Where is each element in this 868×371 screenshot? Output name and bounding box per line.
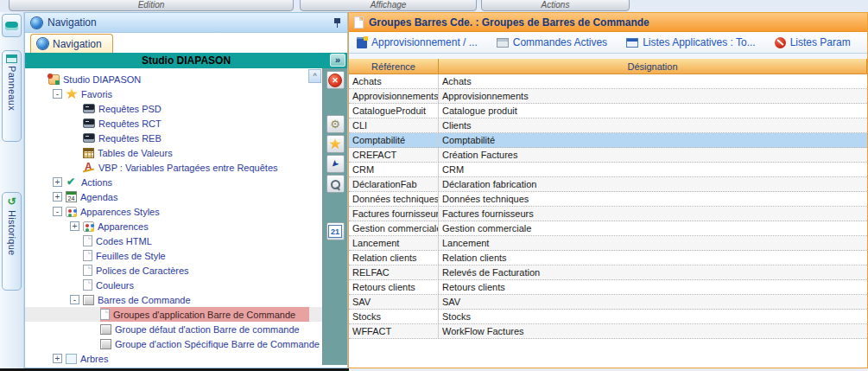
cal21-button[interactable]: 21 [326, 222, 345, 240]
tree-expander[interactable]: + [53, 177, 62, 187]
cell-designation: Approvisionnements [439, 89, 867, 103]
tree-item[interactable]: Groupe défaut d'action Barre de commande [25, 322, 322, 336]
cell-reference: RELFAC [349, 265, 439, 279]
tree-item[interactable]: Groupe d'action Spécifique Barre de Comm… [25, 336, 322, 351]
table-row[interactable]: CREFACTCréation Factures [349, 148, 867, 163]
sidebar-tab-label: Panneaux [7, 66, 17, 111]
grid-rows: AchatsAchatsApprovisionnementsApprovisio… [349, 74, 867, 339]
table-row[interactable]: StocksStocks [349, 310, 867, 324]
tree-expander[interactable]: - [53, 89, 62, 99]
table-row[interactable]: CatalogueProduitCatalogue produit [349, 104, 867, 118]
cell-reference: CatalogueProduit [349, 104, 439, 118]
tree-item[interactable]: Polices de Caractères [25, 263, 322, 278]
close-icon [328, 74, 342, 87]
toolbar-item-listes-applicatives-to[interactable]: Listes Applicatives : To... [626, 36, 756, 48]
palette-icon [83, 221, 94, 232]
sidebar-tab-historique[interactable]: Historique [2, 192, 22, 291]
table-row[interactable]: AchatsAchats [349, 74, 867, 89]
tree-item-label: Codes HTML [96, 236, 152, 246]
tree-expander[interactable]: + [53, 354, 62, 363]
table-row[interactable]: SAVSAV [349, 295, 867, 310]
tree-item[interactable]: Requêtes PSD [25, 101, 322, 116]
tree-item[interactable]: +Apparences [25, 219, 322, 233]
tree-item[interactable]: VBP : Variables Partagées entre Requêtes [25, 160, 322, 175]
cell-reference: Stocks [349, 310, 439, 323]
ribbon-tab-affichage[interactable]: Affichage [300, 0, 477, 11]
tree-item-label: Requêtes PSD [98, 104, 162, 114]
sidebar-tab-label: Historique [7, 210, 17, 256]
tree-item[interactable]: -Apparences Styles [25, 204, 322, 219]
column-header-reference[interactable]: Référence [349, 59, 439, 74]
ribbon-tab-actions[interactable]: Actions [481, 0, 630, 11]
table-row[interactable]: DéclarationFabDéclaration fabrication [349, 177, 867, 192]
pin-icon[interactable] [333, 17, 341, 29]
tree-item[interactable]: Requêtes RCT [25, 116, 322, 131]
toolbar-item-commandes-actives[interactable]: Commandes Actives [497, 36, 607, 48]
table-values-icon [83, 148, 94, 158]
tab-navigation[interactable]: Navigation [30, 34, 113, 53]
expand-tree-button[interactable]: » [330, 54, 345, 67]
star-button[interactable] [326, 135, 345, 153]
tree-item[interactable]: Couleurs [25, 278, 322, 292]
ribbon-bar: EditionAffichageActions [0, 0, 868, 12]
close-button[interactable] [326, 71, 345, 89]
tree-item[interactable]: -Favoris [25, 86, 322, 101]
page-icon [83, 250, 92, 261]
sidebar-tab-panneaux[interactable]: Panneaux [2, 50, 22, 142]
tree-item[interactable]: +Agendas [25, 189, 322, 204]
scroll-up-button[interactable]: ^ [308, 69, 321, 83]
tree-item[interactable]: Tables de Valeurs [25, 145, 322, 160]
toolbar-item-approvisionnement[interactable]: Approvisionnement / ... [357, 36, 478, 48]
ribbon-tab-edition[interactable]: Edition [9, 0, 294, 11]
toolbar-item-listes-param[interactable]: Listes Param [775, 36, 851, 48]
tree-item-label: Requêtes RCT [98, 118, 162, 129]
table-row[interactable]: CRMCRM [349, 163, 867, 177]
dock-strip: PanneauxHistorique [0, 12, 24, 368]
table-row[interactable]: Relation clientsRelation clients [349, 251, 867, 265]
tree-item[interactable]: +Actions [25, 175, 322, 189]
tree-item[interactable]: Studio DIAPASON [25, 72, 322, 86]
cell-reference: Lancement [349, 236, 439, 250]
tree-item-label: Couleurs [96, 280, 134, 291]
table-row[interactable]: Données techniquesDonnées techniques [349, 192, 867, 207]
cell-designation: CRM [439, 163, 867, 176]
column-header-designation[interactable]: Désignation [439, 59, 867, 74]
tree-expander[interactable]: - [70, 295, 79, 304]
table-row[interactable]: RELFACRelevés de Facturation [349, 265, 867, 280]
table-row[interactable]: LancementLancement [349, 236, 867, 251]
tree-expander[interactable]: - [53, 207, 62, 216]
pointer-button[interactable] [326, 155, 345, 173]
tree-item[interactable]: Requêtes REB [25, 131, 322, 145]
tree-item-label: Apparences Styles [80, 207, 160, 217]
tree-item[interactable]: Codes HTML [25, 233, 322, 248]
tree-item[interactable]: Feuilles de Style [25, 248, 322, 263]
collapsed-panel-tab[interactable] [2, 14, 22, 37]
table-row[interactable]: ComptabilitéComptabilité [349, 133, 867, 148]
tree-item[interactable]: -Barres de Commande [25, 292, 322, 307]
forbidden-icon [775, 37, 786, 48]
tree-item-label: Apparences [98, 221, 149, 232]
table-row[interactable]: WFFACTWorkFlow Factures [349, 324, 867, 339]
gear-button[interactable] [326, 115, 345, 133]
tree-expander[interactable]: + [70, 221, 79, 231]
table-row[interactable]: Factures fournisseursFactures fournisseu… [349, 207, 867, 221]
table-row[interactable]: CLIClients [349, 118, 867, 133]
navigation-panel: Navigation Navigation Studio DIAPASON » … [24, 12, 348, 368]
content-toolbar: Approvisionnement / ...Commandes Actives… [349, 32, 867, 54]
tree-expander[interactable]: + [53, 192, 62, 201]
table-row[interactable]: Gestion commercialeGestion commerciale [349, 221, 867, 236]
tree-title: Studio DIAPASON [142, 54, 231, 67]
globe-icon [37, 38, 48, 49]
tree-item[interactable]: +Arbres [25, 351, 322, 365]
table-row[interactable]: Retours clientsRetours clients [349, 280, 867, 295]
tree-item[interactable]: Groupes d'application Barre de Commande [25, 307, 322, 322]
globe-icon [31, 17, 42, 29]
tree-item-label: Groupe d'action Spécifique Barre de Comm… [115, 339, 320, 349]
navigation-tree: Studio DIAPASON-FavorisRequêtes PSDRequê… [25, 68, 323, 365]
tree-side-toolbar: 21 [323, 68, 347, 365]
cell-designation: Gestion commerciale [439, 221, 867, 235]
table-row[interactable]: ApprovisionnementsApprovisionnements [349, 89, 867, 104]
tree-item-label: Actions [81, 177, 112, 188]
grid-header: Référence Désignation [349, 59, 867, 74]
search-button[interactable] [326, 175, 345, 193]
